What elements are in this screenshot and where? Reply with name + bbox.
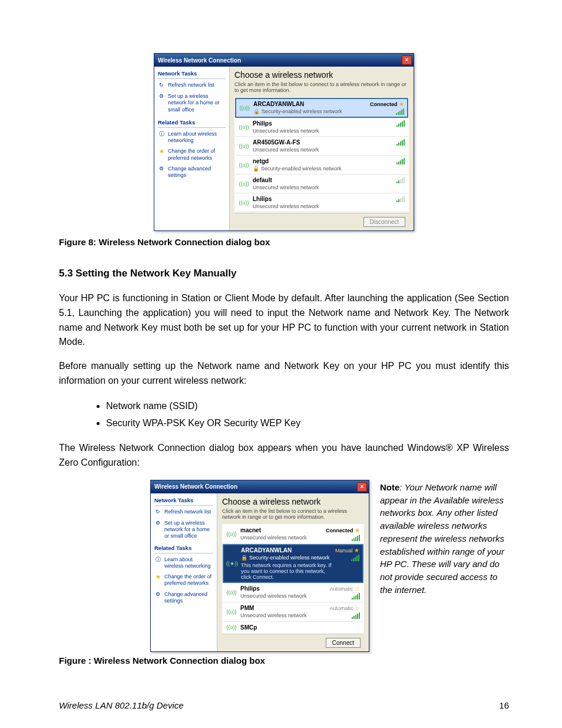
setup-network[interactable]: ⚙ Set up a wireless network for a home o… xyxy=(154,520,213,540)
network-item[interactable]: ((ο)) Philips Unsecured wireless network xyxy=(235,118,408,137)
status-label: Connected xyxy=(326,528,353,533)
lock-icon: 🔒 xyxy=(253,108,260,114)
task-label: Refresh network list xyxy=(168,82,214,89)
ssid: SMCp xyxy=(240,624,356,631)
bullet-list: Network name (SSID) Security WPA-PSK Key… xyxy=(82,398,509,432)
change-order[interactable]: ★ Change the order of preferred networks xyxy=(154,574,213,587)
task-label: Learn about wireless networking xyxy=(164,556,213,570)
task-label: Set up a wireless network for a home or … xyxy=(164,520,213,540)
refresh-network-list[interactable]: ↻ Refresh network list xyxy=(154,509,213,516)
star-icon: ☆ xyxy=(355,585,360,592)
antenna-icon: ((ο)) xyxy=(239,101,250,115)
close-icon[interactable]: × xyxy=(357,482,367,492)
instruction-text: Click an item in the list below to conne… xyxy=(222,508,364,522)
star-icon: ★ xyxy=(158,148,165,155)
network-list: ((ο)) ARCADYANWLAN 🔒Security-enabled wir… xyxy=(234,97,409,213)
star-icon: ★ xyxy=(399,101,404,107)
page-number: 16 xyxy=(499,700,509,710)
refresh-network-list[interactable]: ↻ Refresh network list xyxy=(158,82,226,89)
wireless-dialog-2: Wireless Network Connection × Network Ta… xyxy=(150,480,369,652)
wireless-dialog-1: Wireless Network Connection × Network Ta… xyxy=(154,53,414,231)
ssid: ARCADYANWLAN xyxy=(241,547,332,554)
security-label: Unsecured wireless network xyxy=(253,185,393,190)
signal-icon xyxy=(352,535,360,541)
ssid: Philips xyxy=(240,585,326,592)
antenna-icon: ((ο)) xyxy=(239,120,249,134)
security-label: Security-enabled wireless network xyxy=(262,108,342,114)
ssid: AR4505GW-A-FS xyxy=(253,139,393,146)
network-tasks-heading: Network Tasks xyxy=(154,497,213,506)
info-icon: ⓘ xyxy=(158,131,165,138)
signal-icon xyxy=(396,177,405,183)
network-item[interactable]: ((ο)) netgd 🔒Security-enabled wireless n… xyxy=(235,156,408,174)
security-label: Unsecured wireless network xyxy=(253,203,393,209)
star-icon: ★ xyxy=(355,527,360,533)
network-tasks-heading: Network Tasks xyxy=(158,70,226,79)
info-icon: ⓘ xyxy=(154,556,161,564)
task-label: Set up a wireless network for a home or … xyxy=(168,93,226,113)
signal-icon xyxy=(352,612,360,619)
side-panel: Network Tasks ↻ Refresh network list ⚙ S… xyxy=(151,493,217,651)
antenna-icon: ((ο)) xyxy=(239,196,249,209)
network-item[interactable]: ((ο)) Philips Unsecured wireless network… xyxy=(223,583,363,602)
network-item[interactable]: ((ο)) SMCp xyxy=(223,622,363,633)
antenna-icon: ((ο)) xyxy=(226,527,237,541)
disconnect-button[interactable]: Disconnect xyxy=(363,217,405,227)
learn-wireless[interactable]: ⓘ Learn about wireless networking xyxy=(158,131,226,144)
setup-icon: ⚙ xyxy=(158,93,165,100)
network-item[interactable]: ((ο)) AR4505GW-A-FS Unsecured wireless n… xyxy=(235,137,408,156)
task-label: Change the order of preferred networks xyxy=(168,148,226,162)
signal-icon xyxy=(396,108,404,115)
network-item[interactable]: ((ο)) ARCADYANWLAN 🔒Security-enabled wir… xyxy=(235,98,408,118)
signal-icon xyxy=(396,120,405,127)
network-extra-note: This network requires a network key. If … xyxy=(241,562,332,580)
window-title: Wireless Network Connection xyxy=(158,57,402,64)
change-order[interactable]: ★ Change the order of preferred networks xyxy=(158,148,226,162)
security-label: Unsecured wireless network xyxy=(240,593,326,599)
learn-wireless[interactable]: ⓘ Learn about wireless networking xyxy=(154,556,213,570)
ssid: netgd xyxy=(253,158,393,164)
antenna-icon: ((ο)) xyxy=(226,624,237,631)
task-label: Refresh network list xyxy=(164,509,211,516)
network-item[interactable]: ((ο)) default Unsecured wireless network xyxy=(235,174,408,193)
paragraph: The Wireless Network Connection dialog b… xyxy=(59,441,509,470)
network-item[interactable]: ((ο)) macnet Unsecured wireless network … xyxy=(223,525,363,544)
lock-icon: 🔒 xyxy=(241,555,247,561)
related-tasks-heading: Related Tasks xyxy=(154,545,213,554)
antenna-icon: ((★)) xyxy=(227,547,237,580)
signal-icon xyxy=(352,593,360,599)
gear-icon: ⚙ xyxy=(158,166,165,173)
connect-button[interactable]: Connect xyxy=(326,638,361,648)
change-advanced[interactable]: ⚙ Change advanced settings xyxy=(158,166,226,179)
ssid: default xyxy=(253,177,393,183)
antenna-icon: ((ο)) xyxy=(226,605,237,619)
security-label: Unsecured wireless network xyxy=(240,612,326,618)
status-label: Automatic xyxy=(329,605,353,611)
choose-heading: Choose a wireless network xyxy=(234,70,409,80)
ssid: macnet xyxy=(240,527,322,533)
task-label: Change advanced settings xyxy=(164,591,213,605)
figure-8-caption: Figure 8: Wireless Network Connection di… xyxy=(59,237,509,247)
setup-icon: ⚙ xyxy=(154,520,161,527)
network-item[interactable]: ((ο)) Lhilips Unsecured wireless network xyxy=(235,193,408,212)
network-item-selected[interactable]: ((★)) ARCADYANWLAN 🔒Security-enabled wir… xyxy=(223,544,363,583)
security-label: Security-enabled wireless network xyxy=(249,555,330,561)
network-item[interactable]: ((ο)) PMM Unsecured wireless network Aut… xyxy=(223,602,363,622)
ssid: ARCADYANWLAN xyxy=(253,101,366,107)
change-advanced[interactable]: ⚙ Change advanced settings xyxy=(154,591,213,605)
setup-network[interactable]: ⚙ Set up a wireless network for a home o… xyxy=(158,93,226,113)
star-icon: ★ xyxy=(154,574,161,581)
status-label: Manual xyxy=(335,548,353,554)
list-item: Network name (SSID) xyxy=(106,398,509,415)
gear-icon: ⚙ xyxy=(154,591,161,598)
signal-icon xyxy=(396,196,405,202)
refresh-icon: ↻ xyxy=(158,82,165,89)
task-label: Change the order of preferred networks xyxy=(164,574,213,587)
paragraph: Before manually setting up the Network n… xyxy=(59,359,509,388)
antenna-icon: ((ο)) xyxy=(239,158,249,172)
close-icon[interactable]: × xyxy=(402,55,412,65)
window-title: Wireless Network Connection xyxy=(154,483,357,490)
signal-icon xyxy=(351,555,359,561)
note-label: Note xyxy=(380,482,399,492)
network-list: ((ο)) macnet Unsecured wireless network … xyxy=(222,524,364,634)
